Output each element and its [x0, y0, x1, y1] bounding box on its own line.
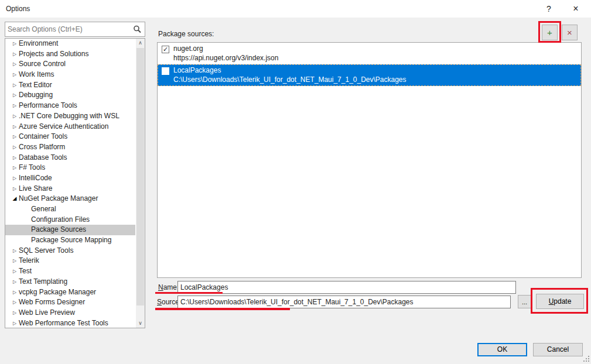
- cancel-button[interactable]: Cancel: [533, 343, 583, 356]
- sidebar-item-label: IntelliCode: [19, 173, 52, 184]
- expand-icon[interactable]: ▷: [11, 163, 19, 173]
- sidebar-item-live-share[interactable]: ▷Live Share: [5, 184, 135, 194]
- options-dialog: Options ? × ▷Environment▷Projects and So…: [0, 0, 591, 364]
- expand-icon[interactable]: ▷: [11, 122, 19, 132]
- help-button[interactable]: ?: [539, 1, 559, 16]
- scroll-thumb[interactable]: [136, 48, 144, 305]
- sidebar-item-text-templating[interactable]: ▷Text Templating: [5, 277, 135, 287]
- sidebar-item-work-items[interactable]: ▷Work Items: [5, 70, 135, 80]
- sidebar-item-database-tools[interactable]: ▷Database Tools: [5, 153, 135, 163]
- source-row-nuget-org[interactable]: ✓nuget.orghttps://api.nuget.org/v3/index…: [158, 43, 581, 64]
- sidebar-item-label: Cross Platform: [19, 142, 65, 153]
- package-sources-label: Package sources:: [158, 30, 214, 38]
- sidebar-item-label: Package Sources: [31, 225, 86, 235]
- sidebar-item-label: Performance Tools: [19, 101, 77, 111]
- sidebar-item-package-sources[interactable]: Package Sources: [5, 225, 135, 235]
- expand-icon[interactable]: ▷: [11, 297, 19, 308]
- sidebar-item-label: Telerik: [19, 256, 39, 266]
- expand-icon[interactable]: ▷: [11, 132, 19, 142]
- sidebar-item-label: Test: [19, 266, 32, 277]
- tree-body: ▷Environment▷Projects and Solutions▷Sour…: [5, 39, 145, 328]
- sidebar-item-label: vcpkg Package Manager: [19, 287, 96, 298]
- sidebar-item-web-performance-test-tools[interactable]: ▷Web Performance Test Tools: [5, 318, 135, 328]
- expand-icon[interactable]: ▷: [11, 59, 19, 70]
- expand-icon[interactable]: ▷: [11, 308, 19, 318]
- sidebar-item-projects-and-solutions[interactable]: ▷Projects and Solutions: [5, 49, 135, 60]
- sidebar-item-intellicode[interactable]: ▷IntelliCode: [5, 173, 135, 184]
- expand-icon[interactable]: ▷: [11, 111, 19, 122]
- scroll-down-icon[interactable]: ∨: [136, 319, 145, 328]
- expand-icon[interactable]: ▷: [11, 256, 19, 266]
- sidebar-item-azure-service-authentication[interactable]: ▷Azure Service Authentication: [5, 122, 135, 132]
- expand-icon[interactable]: ▷: [11, 90, 19, 101]
- sidebar-item-label: Text Templating: [19, 277, 67, 287]
- sidebar-item-telerik[interactable]: ▷Telerik: [5, 256, 135, 266]
- sidebar-item-label: General: [31, 204, 56, 215]
- search-box: [5, 22, 145, 37]
- sidebar-item-label: Container Tools: [19, 132, 67, 142]
- close-icon[interactable]: ×: [566, 1, 586, 16]
- sidebar-item-label: Database Tools: [19, 153, 67, 163]
- source-row-localpackages[interactable]: LocalPackagesC:\Users\Downloads\Telerik_…: [158, 64, 581, 86]
- search-input[interactable]: [5, 22, 131, 36]
- sidebar-item-label: Web Live Preview: [19, 308, 75, 318]
- sidebar-item-label: Environment: [19, 39, 58, 49]
- dialog-title: Options: [6, 5, 30, 13]
- checkbox-checked-icon[interactable]: ✓: [162, 46, 169, 53]
- sidebar-item-label: Live Share: [19, 184, 52, 194]
- expand-icon[interactable]: ▷: [11, 101, 19, 111]
- source-name: nuget.org: [173, 44, 203, 53]
- tree-scrollbar[interactable]: ∧ ∨: [136, 39, 145, 328]
- search-icon: [132, 25, 142, 34]
- sidebar-item-label: Debugging: [19, 90, 53, 101]
- expand-icon[interactable]: ▷: [11, 287, 19, 298]
- ok-button[interactable]: OK: [477, 343, 527, 356]
- source-input[interactable]: [177, 296, 511, 308]
- source-name: LocalPackages: [173, 66, 221, 74]
- sidebar-item-package-source-mapping[interactable]: Package Source Mapping: [5, 235, 135, 246]
- expand-icon[interactable]: ▷: [11, 246, 19, 256]
- browse-button[interactable]: ...: [518, 295, 531, 308]
- collapse-icon[interactable]: ◢: [11, 194, 19, 204]
- resize-grip[interactable]: [583, 356, 590, 362]
- expand-icon[interactable]: ▷: [11, 70, 19, 80]
- sidebar-item-configuration-files[interactable]: Configuration Files: [5, 215, 135, 225]
- sidebar-item-cross-platform[interactable]: ▷Cross Platform: [5, 142, 135, 153]
- sidebar-item-label: NuGet Package Manager: [19, 194, 98, 204]
- expand-icon[interactable]: ▷: [11, 173, 19, 184]
- sidebar-item-label: Work Items: [19, 70, 54, 80]
- options-tree: ▷Environment▷Projects and Solutions▷Sour…: [5, 38, 145, 328]
- sidebar-item-sql-server-tools[interactable]: ▷SQL Server Tools: [5, 246, 135, 256]
- sidebar-item-vcpkg-package-manager[interactable]: ▷vcpkg Package Manager: [5, 287, 135, 298]
- name-input[interactable]: [177, 281, 516, 294]
- checkbox-unchecked-icon[interactable]: [162, 67, 169, 75]
- sidebar-item-test[interactable]: ▷Test: [5, 266, 135, 277]
- expand-icon[interactable]: ▷: [11, 39, 19, 49]
- expand-icon[interactable]: ▷: [11, 266, 19, 277]
- update-button[interactable]: Update: [536, 294, 584, 309]
- expand-icon[interactable]: ▷: [11, 184, 19, 194]
- sidebar-item-performance-tools[interactable]: ▷Performance Tools: [5, 101, 135, 111]
- expand-icon[interactable]: ▷: [11, 142, 19, 153]
- expand-icon[interactable]: ▷: [11, 318, 19, 328]
- scroll-up-icon[interactable]: ∧: [136, 39, 145, 47]
- sidebar-item-general[interactable]: General: [5, 204, 135, 215]
- expand-icon[interactable]: ▷: [11, 277, 19, 287]
- sidebar-item-debugging[interactable]: ▷Debugging: [5, 90, 135, 101]
- sidebar-item-web-live-preview[interactable]: ▷Web Live Preview: [5, 308, 135, 318]
- add-source-button[interactable]: +: [542, 25, 558, 40]
- remove-source-button[interactable]: ×: [562, 25, 578, 40]
- sidebar-item-label: .NET Core Debugging with WSL: [19, 111, 119, 122]
- sidebar-item-net-core-debugging-with-wsl[interactable]: ▷.NET Core Debugging with WSL: [5, 111, 135, 122]
- sidebar-item-f-tools[interactable]: ▷F# Tools: [5, 163, 135, 173]
- sidebar-item-nuget-package-manager[interactable]: ◢NuGet Package Manager: [5, 194, 135, 204]
- expand-icon[interactable]: ▷: [11, 80, 19, 91]
- sidebar-item-container-tools[interactable]: ▷Container Tools: [5, 132, 135, 142]
- sidebar-item-environment[interactable]: ▷Environment: [5, 39, 135, 49]
- name-label: Name:: [158, 283, 179, 291]
- sidebar-item-web-forms-designer[interactable]: ▷Web Forms Designer: [5, 297, 135, 308]
- sidebar-item-text-editor[interactable]: ▷Text Editor: [5, 80, 135, 91]
- sidebar-item-source-control[interactable]: ▷Source Control: [5, 59, 135, 70]
- expand-icon[interactable]: ▷: [11, 49, 19, 60]
- expand-icon[interactable]: ▷: [11, 153, 19, 163]
